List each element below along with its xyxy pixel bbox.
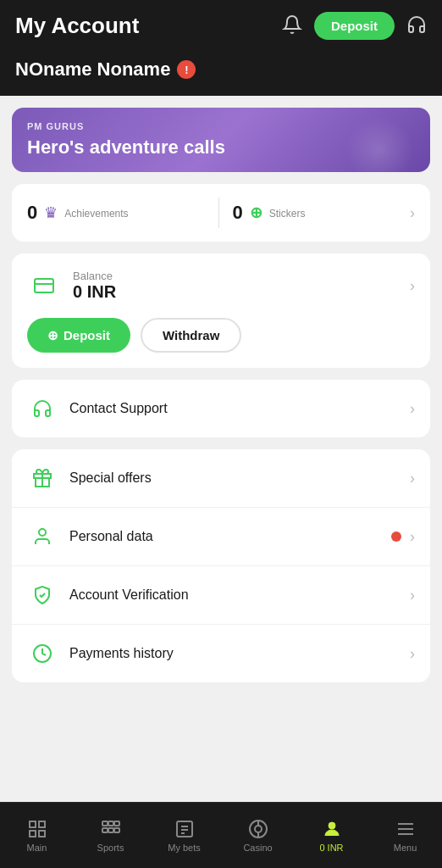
- header-actions: Deposit: [282, 12, 427, 40]
- stickers-plus-icon: ⊕: [250, 203, 262, 222]
- deposit-header-button[interactable]: Deposit: [314, 12, 395, 40]
- contact-support-item[interactable]: Contact Support ›: [12, 380, 430, 437]
- svg-rect-0: [35, 279, 53, 292]
- bottom-nav: Main Sports My bets Casino: [0, 802, 442, 868]
- withdraw-button[interactable]: Withdraw: [141, 318, 241, 353]
- menu-items-card: Special offers › Personal data ›: [12, 449, 430, 682]
- balance-label: Balance: [73, 270, 116, 282]
- crown-icon: ♛: [44, 203, 58, 222]
- pm-label: PM GURUS: [27, 121, 415, 131]
- balance-chevron[interactable]: ›: [410, 277, 415, 295]
- nav-label-casino: Casino: [243, 843, 272, 853]
- nav-item-sports[interactable]: Sports: [74, 812, 147, 860]
- header: My Account Deposit: [0, 0, 442, 52]
- account-verification-chevron: ›: [410, 587, 415, 604]
- svg-rect-7: [39, 821, 45, 827]
- account-verification-label: Account Verification: [69, 587, 410, 603]
- special-offers-label: Special offers: [69, 470, 410, 486]
- nav-label-menu: Menu: [394, 843, 417, 853]
- nav-item-main[interactable]: Main: [0, 812, 74, 860]
- svg-point-24: [329, 822, 335, 829]
- support-icon: [27, 393, 58, 424]
- svg-rect-15: [114, 828, 119, 832]
- shield-check-icon: [27, 580, 58, 610]
- list-item-account-verification[interactable]: Account Verification ›: [12, 566, 430, 625]
- stats-chevron[interactable]: ›: [410, 204, 415, 222]
- svg-point-4: [39, 529, 46, 536]
- pm-banner[interactable]: PM GURUS Hero's adventure calls: [12, 108, 430, 172]
- svg-rect-6: [30, 821, 36, 827]
- nav-label-mybets: My bets: [168, 843, 201, 853]
- personal-data-label: Personal data: [69, 529, 391, 544]
- nav-item-account[interactable]: 0 INR: [295, 812, 368, 860]
- nav-label-account: 0 INR: [319, 843, 343, 853]
- svg-rect-10: [102, 821, 108, 826]
- notifications-icon[interactable]: [282, 14, 302, 38]
- nav-item-mybets[interactable]: My bets: [147, 812, 221, 860]
- achievements-label: Achievements: [64, 208, 128, 220]
- list-item-special-offers[interactable]: Special offers ›: [12, 449, 430, 508]
- achievements-stat[interactable]: 0 ♛ Achievements: [27, 202, 205, 224]
- contact-support-card: Contact Support ›: [12, 380, 430, 437]
- svg-point-21: [255, 826, 262, 832]
- balance-actions: ⊕ Deposit Withdraw: [27, 318, 415, 353]
- stat-divider: [218, 198, 219, 228]
- svg-rect-11: [108, 821, 113, 826]
- username-section: NOname Noname !: [0, 52, 442, 96]
- balance-header: Balance 0 INR ›: [27, 269, 415, 303]
- balance-info: Balance 0 INR: [27, 269, 116, 303]
- contact-support-label: Contact Support: [69, 401, 410, 416]
- deposit-plus-icon: ⊕: [47, 328, 58, 343]
- achievements-count: 0: [27, 202, 37, 224]
- svg-rect-13: [102, 828, 108, 832]
- pm-title: Hero's adventure calls: [27, 136, 415, 159]
- special-offers-chevron: ›: [410, 470, 415, 487]
- payments-history-label: Payments history: [69, 646, 410, 661]
- list-item-personal-data[interactable]: Personal data ›: [12, 508, 430, 566]
- main-content: PM GURUS Hero's adventure calls 0 ♛ Achi…: [0, 96, 442, 868]
- stats-card: 0 ♛ Achievements 0 ⊕ Stickers ›: [12, 184, 430, 242]
- svg-rect-12: [114, 821, 119, 826]
- nav-item-casino[interactable]: Casino: [221, 812, 295, 860]
- clock-icon: [27, 638, 58, 669]
- nav-label-sports: Sports: [97, 843, 124, 853]
- wallet-icon: [27, 269, 61, 303]
- personal-data-notification-dot: [391, 531, 401, 542]
- balance-amount: 0 INR: [73, 282, 116, 302]
- stickers-label: Stickers: [269, 208, 306, 220]
- person-icon: [27, 521, 58, 552]
- svg-rect-8: [30, 831, 36, 837]
- svg-rect-14: [108, 828, 113, 832]
- svg-rect-9: [39, 831, 45, 837]
- personal-data-chevron: ›: [410, 528, 415, 546]
- page-title: My Account: [15, 13, 139, 39]
- payments-history-chevron: ›: [410, 645, 415, 663]
- warning-badge: !: [177, 60, 196, 79]
- deposit-button[interactable]: ⊕ Deposit: [27, 318, 130, 353]
- balance-card: Balance 0 INR › ⊕ Deposit Withdraw: [12, 253, 430, 368]
- contact-support-chevron: ›: [410, 400, 415, 418]
- headset-icon[interactable]: [406, 14, 427, 38]
- gift-icon: [27, 463, 58, 493]
- nav-item-menu[interactable]: Menu: [368, 812, 442, 860]
- stickers-count: 0: [233, 202, 243, 224]
- list-item-payments-history[interactable]: Payments history ›: [12, 625, 430, 682]
- nav-label-main: Main: [27, 843, 47, 853]
- stickers-stat[interactable]: 0 ⊕ Stickers: [233, 202, 411, 224]
- username: NOname Noname: [15, 58, 170, 81]
